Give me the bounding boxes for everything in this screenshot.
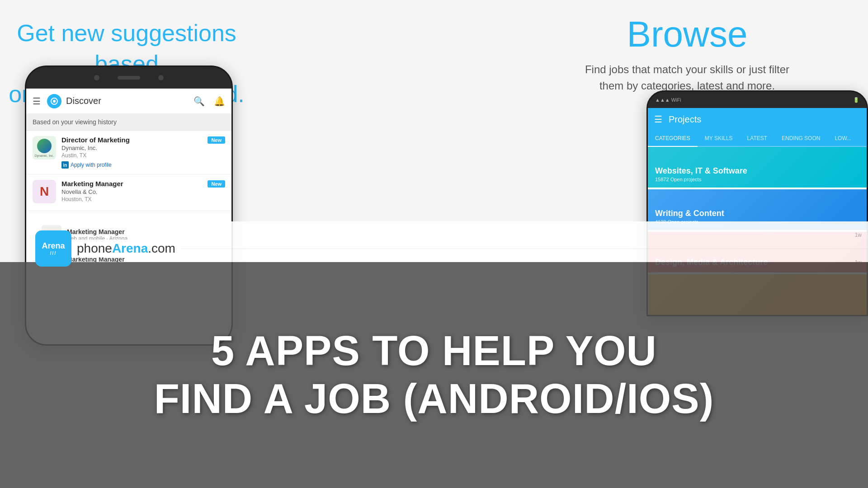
browse-heading: Browse bbox=[506, 0, 868, 61]
overlay-text: 5 APPS TO HELP YOU FIND A JOB (ANDROID/I… bbox=[154, 327, 714, 423]
tab-categories[interactable]: CATEGORIES bbox=[648, 131, 698, 147]
overlay-line1: 5 APPS TO HELP YOU bbox=[154, 327, 714, 375]
bottom-job-title-2: Marketing Manager bbox=[67, 256, 849, 262]
app-topbar: ☰ Discover 🔍 🔔 bbox=[26, 89, 231, 114]
job-info-1: Director of Marketing New Dynamic, Inc. … bbox=[61, 136, 225, 169]
phone-camera-2 bbox=[158, 75, 164, 80]
category-title-it: Websites, IT & Software bbox=[655, 166, 747, 176]
job-title-2: Marketing Manager bbox=[61, 180, 123, 188]
job-card-2[interactable]: N Marketing Manager New Novella & Co. Ho… bbox=[26, 174, 231, 211]
signal-icons: ▲▲▲ WiFi bbox=[655, 97, 681, 103]
new-badge-1: New bbox=[208, 136, 225, 144]
projects-hamburger-icon[interactable]: ☰ bbox=[654, 114, 662, 125]
search-icon[interactable]: 🔍 bbox=[193, 96, 205, 107]
pa-site-prefix: phone bbox=[77, 241, 112, 255]
bottom-job-info-2: Marketing Manager Tyler Corp. · Houston,… bbox=[67, 256, 849, 262]
phone-speaker bbox=[118, 76, 140, 80]
bottom-overlay: 5 APPS TO HELP YOU FIND A JOB (ANDROID/I… bbox=[0, 262, 868, 488]
tab-low[interactable]: LOW... bbox=[827, 131, 859, 146]
viewing-banner-text: Based on your viewing history bbox=[33, 118, 117, 126]
bottom-job-info-1: Marketing Manager web and mobile · Arizo… bbox=[67, 228, 849, 242]
location-2: Houston, TX bbox=[61, 196, 225, 202]
company-name-1: Dynamic, Inc. bbox=[61, 145, 225, 151]
browse-subtext: Find jobs that match your skills or just… bbox=[506, 61, 868, 94]
apply-label: Apply with profile bbox=[71, 162, 112, 168]
category-card-it[interactable]: Websites, IT & Software 15872 Open proje… bbox=[648, 147, 867, 188]
pa-site-suffix: .com bbox=[148, 241, 175, 255]
dynamic-logo: Dynamic, Inc. bbox=[33, 136, 56, 160]
bottom-job-sub-1: web and mobile · Arizona bbox=[67, 235, 849, 242]
novella-logo: N bbox=[33, 180, 56, 203]
bottom-job-title-1: Marketing Manager bbox=[67, 228, 849, 235]
job-info-2: Marketing Manager New Novella & Co. Hous… bbox=[61, 180, 225, 205]
company-name-2: Novella & Co. bbox=[61, 188, 225, 195]
hamburger-icon[interactable]: ☰ bbox=[33, 96, 41, 107]
bottom-job-time-1: 1w bbox=[855, 232, 862, 238]
bell-icon[interactable]: 🔔 bbox=[214, 96, 225, 107]
right-phone-top: ▲▲▲ WiFi 🔋 bbox=[648, 92, 867, 108]
job-title-row-2: Marketing Manager New bbox=[61, 180, 225, 188]
apply-link-1[interactable]: in Apply with profile bbox=[61, 161, 225, 169]
browse-subtext-line2: them by categories, latest and more. bbox=[599, 80, 775, 92]
category-info-it: Websites, IT & Software 15872 Open proje… bbox=[655, 166, 747, 182]
phone-top-bar bbox=[26, 67, 231, 89]
phone-camera bbox=[94, 75, 99, 80]
svg-point-1 bbox=[53, 100, 56, 103]
pa-logo-dots: /// bbox=[50, 251, 57, 256]
projects-topbar: ☰ Projects bbox=[648, 108, 867, 131]
new-badge-2: New bbox=[208, 180, 225, 188]
tab-ending-soon[interactable]: ENDING SOON bbox=[774, 131, 827, 146]
battery-icon: 🔋 bbox=[853, 97, 859, 103]
pa-site-text: phoneArena.com bbox=[71, 239, 181, 258]
pa-logo-box: Arena /// bbox=[35, 230, 71, 267]
overlay-line2: FIND A JOB (ANDROID/IOS) bbox=[154, 375, 714, 423]
category-title-writing: Writing & Content bbox=[655, 209, 724, 218]
job-card-1[interactable]: Dynamic, Inc. Director of Marketing New … bbox=[26, 131, 231, 174]
app-logo bbox=[47, 94, 61, 108]
job-title-1: Director of Marketing bbox=[61, 136, 130, 144]
pa-site-blue: Arena bbox=[112, 241, 148, 255]
browse-subtext-line1: Find jobs that match your skills or just… bbox=[585, 63, 789, 75]
projects-title: Projects bbox=[669, 114, 860, 125]
linkedin-icon: in bbox=[61, 161, 69, 169]
dynamic-logo-text: Dynamic, Inc. bbox=[35, 154, 54, 157]
category-count-it: 15872 Open projects bbox=[655, 177, 747, 182]
tab-latest[interactable]: LATEST bbox=[740, 131, 774, 146]
app-title: Discover bbox=[66, 96, 189, 106]
pa-logo-text: Arena bbox=[42, 241, 65, 251]
viewing-banner: Based on your viewing history bbox=[26, 114, 231, 131]
novella-logo-letter: N bbox=[40, 184, 49, 199]
projects-tabs: CATEGORIES MY SKILLS LATEST ENDING SOON … bbox=[648, 131, 867, 147]
tab-my-skills[interactable]: MY SKILLS bbox=[698, 131, 740, 146]
job-title-row-1: Director of Marketing New bbox=[61, 136, 225, 144]
location-1: Austin, TX bbox=[61, 152, 225, 159]
watermark: Arena /// phoneArena.com bbox=[35, 230, 181, 267]
